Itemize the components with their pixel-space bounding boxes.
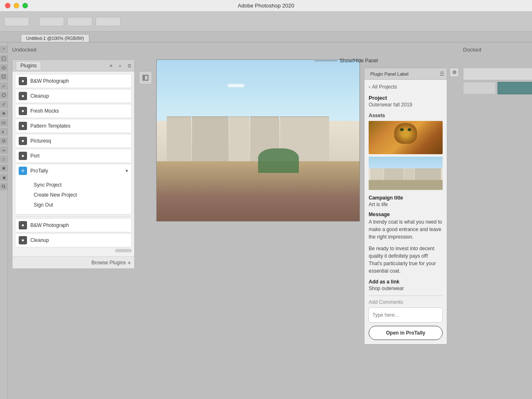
plugin-item-bw1[interactable]: ■ B&W Photograph [15, 74, 132, 88]
canvas-image[interactable] [156, 59, 360, 222]
docked-panel: Plugin Panel Label ☰ ‹ All Projects Proj… [364, 68, 447, 345]
add-comments-label: Add Comments [369, 299, 443, 305]
plugin-icon-cleanup2: ■ [19, 236, 27, 244]
tool-pen[interactable] [0, 146, 7, 154]
svg-point-5 [2, 94, 5, 97]
plugin-item-bw2[interactable]: ■ B&W Photograph [15, 218, 132, 232]
docked-panel-content: ‹ All Projects Project Outerwear fall 20… [365, 80, 447, 344]
panel-expand-icon[interactable]: » [116, 62, 124, 70]
open-protally-button[interactable]: Open in ProTally [369, 326, 443, 340]
plugins-panel-header: Plugins ✕ » ☰ [12, 60, 134, 71]
svg-text:T: T [2, 158, 5, 161]
tool-brush[interactable] [0, 101, 7, 108]
plugin-icon-patterntemplates: ■ [19, 122, 27, 130]
docked-panel-menu-icon[interactable]: ☰ [440, 71, 444, 77]
toolbar-button-1[interactable] [4, 17, 29, 26]
plugin-icon-bw1: ■ [19, 77, 27, 85]
minimize-button[interactable] [14, 3, 19, 8]
asset-image-cat [369, 121, 443, 154]
floating-icon-panel[interactable] [139, 71, 152, 84]
plugin-icon-bw2: ■ [19, 221, 27, 229]
plugin-item-picturesq[interactable]: ■ Picturesq [15, 134, 132, 148]
toolbar-area [0, 12, 532, 32]
protally-arrow-icon: ▾ [126, 168, 128, 174]
canvas-area [156, 59, 360, 222]
comment-input[interactable] [369, 308, 443, 323]
open-protally-label: Open in ProTally [386, 330, 425, 336]
back-link[interactable]: ‹ All Projects [369, 84, 443, 90]
plugin-item-protally[interactable]: ⚙ ProTally ▾ Sync Project Create New Pro… [15, 164, 132, 214]
plugin-name-freshmocks: Fresh Mocks [30, 108, 59, 114]
svg-rect-9 [2, 131, 5, 133]
panel-close-icon[interactable]: ✕ [107, 62, 115, 70]
tool-heal[interactable] [0, 91, 7, 99]
app-title: Adobe Photoshop 2020 [238, 2, 294, 9]
title-bar: Adobe Photoshop 2020 [0, 0, 532, 12]
tool-lasso[interactable] [0, 64, 7, 71]
tool-eyedropper[interactable] [0, 82, 7, 90]
main-area: T Undocked Docked [0, 42, 532, 399]
protally-header: ⚙ ProTally ▾ [19, 167, 128, 175]
back-arrow-icon: ‹ [369, 84, 370, 90]
far-panel-2a [463, 82, 496, 94]
svg-point-2 [2, 66, 5, 69]
plugin-list: ■ B&W Photograph ■ Cleanup ■ Fresh Mocks [12, 71, 134, 256]
submenu-create-new-project[interactable]: Create New Project [30, 190, 128, 200]
browse-plugins-bar[interactable]: Browse Plugins + [12, 256, 134, 268]
plugin-name-cleanup1: Cleanup [30, 93, 49, 99]
docked-label: Docked [463, 47, 532, 53]
left-toolbar: T [0, 42, 8, 399]
svg-rect-1 [2, 57, 5, 60]
svg-point-10 [2, 140, 5, 142]
tool-type[interactable]: T [0, 155, 7, 163]
panel-menu-icon[interactable]: ☰ [125, 62, 133, 70]
plugin-item-cleanup1[interactable]: ■ Cleanup [15, 89, 132, 103]
docked-area: Show/Hide Panel Plugin Panel Label ☰ ‹ [364, 59, 459, 345]
tab-strip: Untitled-1 @100% (RGB/8#) [0, 32, 532, 42]
docked-panel-gear-icon[interactable]: ⚙ [450, 68, 459, 77]
plugin-item-patterntemplates[interactable]: ■ Pattern Templates [15, 119, 132, 133]
plugin-item-freshmocks[interactable]: ■ Fresh Mocks [15, 104, 132, 118]
svg-rect-17 [143, 75, 145, 80]
document-tab[interactable]: Untitled-1 @100% (RGB/8#) [21, 34, 89, 42]
plugin-item-cleanup2[interactable]: ■ Cleanup [15, 233, 132, 247]
tool-clone[interactable] [0, 110, 7, 117]
svg-point-7 [2, 112, 5, 115]
close-button[interactable] [5, 3, 10, 8]
message-text-2: Be ready to invest into decent quality i… [369, 245, 443, 275]
add-as-link-value: Shop outerwear [369, 286, 443, 291]
undocked-label: Undocked [12, 47, 135, 53]
toolbar-button-2[interactable] [39, 17, 64, 26]
project-label: Project [369, 95, 443, 101]
panel-controls: ✕ » ☰ [107, 60, 133, 71]
tool-dodge[interactable] [0, 137, 7, 145]
scroll-indicator [115, 249, 132, 252]
toolbar-button-3[interactable] [67, 17, 92, 26]
tool-crop[interactable] [0, 73, 7, 81]
project-name: Outerwear fall 2019 [369, 102, 443, 108]
tool-zoom[interactable] [0, 183, 7, 190]
plugin-name-bw2: B&W Photograph [30, 222, 69, 228]
plugin-name-picturesq: Picturesq [30, 138, 51, 144]
svg-marker-0 [3, 48, 5, 49]
tool-shape[interactable] [0, 165, 7, 172]
submenu-sync-project[interactable]: Sync Project [30, 180, 128, 190]
svg-line-4 [2, 85, 5, 87]
browse-plugins-label: Browse Plugins [91, 260, 126, 266]
tool-move[interactable] [0, 46, 7, 53]
svg-rect-13 [2, 167, 5, 170]
docked-panel-tab: Plugin Panel Label [367, 71, 412, 77]
plugins-tab[interactable]: Plugins [16, 61, 41, 70]
plugin-icon-cleanup1: ■ [19, 92, 27, 100]
tool-gradient[interactable] [0, 128, 7, 135]
fullscreen-button[interactable] [22, 3, 28, 8]
svg-line-6 [3, 103, 5, 106]
assets-label: Assets [369, 113, 443, 118]
plugin-item-port[interactable]: ■ Port [15, 149, 132, 163]
tool-eraser[interactable] [0, 119, 7, 126]
toolbar-button-4[interactable] [96, 17, 121, 26]
submenu-sign-out[interactable]: Sign Out [30, 200, 128, 210]
tool-hand[interactable] [0, 174, 7, 181]
tool-select[interactable] [0, 55, 7, 62]
show-hide-panel-label: Show/Hide Panel [340, 58, 378, 64]
